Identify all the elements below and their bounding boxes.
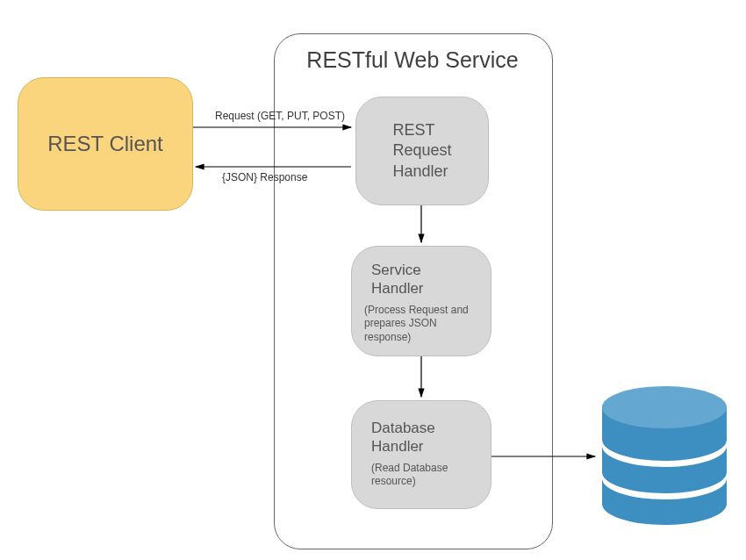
rest-client-label: REST Client <box>47 132 163 156</box>
rest-request-handler-node: RESTRequestHandler <box>355 97 489 205</box>
database-handler-node: DatabaseHandler (Read Database resource) <box>351 400 491 509</box>
arrow-label-request: Request (GET, PUT, POST) <box>215 110 345 122</box>
service-handler-sub: (Process Request and prepares JSON respo… <box>352 304 491 354</box>
rest-client-node: REST Client <box>18 77 193 211</box>
diagram-canvas: REST Client RESTful Web Service RESTRequ… <box>0 0 746 560</box>
database-handler-sub: (Read Database resource) <box>352 462 491 498</box>
database-handler-label: DatabaseHandler <box>352 401 491 462</box>
service-handler-node: ServiceHandler (Process Request and prep… <box>351 246 491 356</box>
rest-request-handler-label: RESTRequestHandler <box>377 120 467 182</box>
database-icon <box>599 381 730 530</box>
service-handler-label: ServiceHandler <box>352 247 491 304</box>
service-title: RESTful Web Service <box>290 47 535 73</box>
svg-point-0 <box>602 386 727 428</box>
arrow-label-response: {JSON} Response <box>222 171 307 183</box>
